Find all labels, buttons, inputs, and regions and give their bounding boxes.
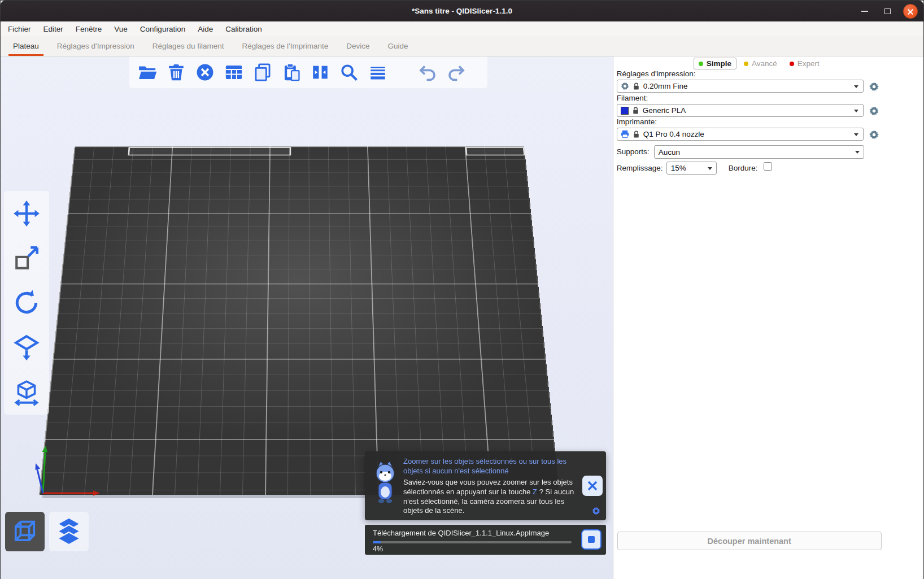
gear-icon bbox=[869, 106, 879, 116]
paste-button[interactable] bbox=[280, 60, 303, 85]
download-cancel-button[interactable] bbox=[581, 529, 602, 550]
menu-editer[interactable]: Editer bbox=[37, 21, 69, 36]
filament-gear-button[interactable] bbox=[869, 105, 880, 116]
copy-button[interactable] bbox=[251, 60, 274, 85]
preview-layers-view-button[interactable] bbox=[49, 512, 89, 551]
3d-viewport[interactable]: Zoomer sur les objets sélectionnés ou su… bbox=[1, 56, 613, 579]
minimize-button[interactable] bbox=[858, 5, 871, 18]
split-button[interactable] bbox=[309, 60, 332, 85]
close-x-icon bbox=[587, 480, 598, 491]
notification-popup: Zoomer sur les objets sélectionnés ou su… bbox=[365, 451, 606, 520]
delete-all-button[interactable] bbox=[194, 60, 216, 85]
brim-label: Bordure: bbox=[729, 164, 758, 172]
supports-value: Aucun bbox=[659, 148, 855, 156]
infill-label: Remplissage: bbox=[617, 164, 663, 172]
tabbar: Plateau Réglages d'Impression Réglages d… bbox=[1, 36, 923, 56]
delete-button[interactable] bbox=[165, 60, 188, 85]
bed-exclusion-area bbox=[465, 147, 525, 155]
download-percent: 4% bbox=[373, 545, 383, 553]
notification-body: Saviez-vous que vous pouvez zoomer sur l… bbox=[403, 478, 575, 516]
red-dot-icon bbox=[790, 62, 794, 66]
maximize-icon bbox=[884, 8, 891, 14]
print-settings-combo[interactable]: 0.20mm Fine bbox=[617, 80, 864, 93]
trash-icon bbox=[167, 63, 186, 82]
filament-label: Filament: bbox=[617, 94, 648, 102]
printer-combo[interactable]: Q1 Pro 0.4 nozzle bbox=[617, 128, 864, 141]
settings-sidebar: Simple Avancé Expert Réglages d'impressi… bbox=[613, 56, 923, 579]
gear-icon bbox=[592, 507, 600, 515]
slice-now-button[interactable]: Découper maintenant bbox=[617, 532, 882, 550]
yellow-dot-icon bbox=[744, 62, 748, 66]
gear-icon bbox=[869, 82, 879, 92]
mode-avance[interactable]: Avancé bbox=[739, 58, 782, 69]
arrange-button[interactable] bbox=[223, 60, 245, 85]
lock-icon bbox=[633, 82, 639, 90]
app-window: *Sans titre - QIDISlicer-1.1.0 Fichier E… bbox=[0, 0, 924, 579]
filament-color-swatch bbox=[621, 107, 629, 115]
undo-icon bbox=[418, 63, 437, 82]
redo-icon bbox=[447, 63, 466, 82]
close-button[interactable] bbox=[903, 4, 918, 19]
tab-plateau[interactable]: Plateau bbox=[4, 36, 48, 56]
scale-tool-button[interactable] bbox=[6, 238, 47, 278]
download-progress-fill bbox=[373, 541, 381, 543]
scale-icon bbox=[12, 244, 41, 272]
gizmo-toolbar bbox=[4, 191, 49, 415]
search-button[interactable] bbox=[338, 60, 360, 85]
open-button[interactable] bbox=[136, 60, 159, 85]
hotkey-link[interactable]: Z bbox=[533, 487, 537, 496]
undo-button[interactable] bbox=[416, 60, 439, 85]
move-icon bbox=[12, 199, 41, 228]
tab-reglages-impression[interactable]: Réglages d'Impression bbox=[48, 36, 143, 56]
menu-vue[interactable]: Vue bbox=[108, 21, 134, 36]
print-settings-label: Réglages d'impression: bbox=[617, 69, 696, 78]
flatten-icon bbox=[12, 333, 41, 362]
filament-combo[interactable]: Generic PLA bbox=[617, 104, 864, 117]
lock-icon bbox=[633, 130, 639, 138]
dimensions-tool-button[interactable] bbox=[6, 372, 47, 412]
move-tool-button[interactable] bbox=[6, 193, 47, 234]
menu-fichier[interactable]: Fichier bbox=[2, 21, 37, 36]
chevron-down-icon bbox=[855, 151, 860, 156]
chevron-down-icon bbox=[708, 167, 712, 172]
brim-checkbox[interactable] bbox=[764, 162, 772, 171]
menubar: Fichier Editer Fenêtre Vue Configuration… bbox=[1, 21, 923, 36]
open-folder-icon bbox=[138, 63, 157, 82]
print-settings-gear-button[interactable] bbox=[869, 81, 880, 92]
chevron-down-icon bbox=[854, 110, 858, 115]
supports-dropdown[interactable]: Aucun bbox=[654, 145, 864, 159]
rotate-icon bbox=[12, 289, 41, 317]
redo-button[interactable] bbox=[445, 60, 468, 85]
minimize-icon bbox=[861, 11, 868, 12]
infill-dropdown[interactable]: 15% bbox=[666, 162, 717, 175]
tab-reglages-imprimante[interactable]: Réglages de l'Imprimante bbox=[233, 36, 338, 56]
mode-expert[interactable]: Expert bbox=[784, 58, 825, 69]
tab-reglages-filament[interactable]: Réglages du filament bbox=[143, 36, 233, 56]
tab-device[interactable]: Device bbox=[337, 36, 378, 56]
notification-close-button[interactable] bbox=[582, 476, 603, 496]
split-objects-icon bbox=[311, 63, 330, 82]
window-title: *Sans titre - QIDISlicer-1.1.0 bbox=[1, 1, 923, 21]
menu-fenetre[interactable]: Fenêtre bbox=[69, 21, 108, 36]
notification-settings-button[interactable] bbox=[592, 507, 600, 517]
mode-simple[interactable]: Simple bbox=[694, 58, 736, 69]
3d-editor-view-button[interactable] bbox=[5, 512, 45, 551]
notification-title: Zoomer sur les objets sélectionnés ou su… bbox=[403, 457, 575, 476]
lock-icon bbox=[633, 107, 639, 115]
bed-exclusion-area bbox=[128, 147, 291, 155]
printer-gear-button[interactable] bbox=[869, 129, 880, 140]
rotate-tool-button[interactable] bbox=[6, 282, 47, 323]
menu-configuration[interactable]: Configuration bbox=[134, 21, 191, 36]
titlebar[interactable]: *Sans titre - QIDISlicer-1.1.0 bbox=[1, 1, 923, 21]
supports-label: Supports: bbox=[617, 147, 650, 156]
tab-guide[interactable]: Guide bbox=[378, 36, 417, 56]
stop-icon bbox=[588, 536, 595, 543]
maximize-button[interactable] bbox=[881, 5, 894, 18]
mascot-image bbox=[369, 460, 401, 509]
place-on-face-tool-button[interactable] bbox=[6, 327, 47, 368]
variable-layer-height-button[interactable] bbox=[367, 60, 389, 85]
menu-calibration[interactable]: Calibration bbox=[219, 21, 268, 36]
printer-label: Imprimante: bbox=[617, 117, 657, 126]
chevron-down-icon bbox=[854, 133, 858, 138]
menu-aide[interactable]: Aide bbox=[191, 21, 219, 36]
